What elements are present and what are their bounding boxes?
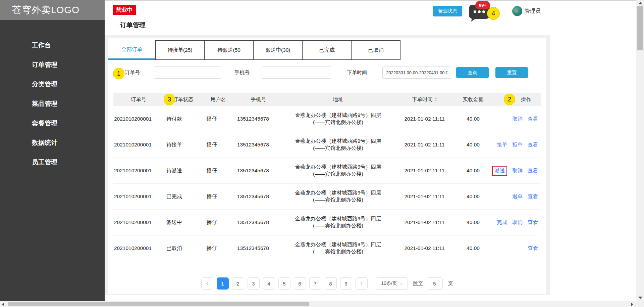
action-reject-link[interactable]: 拒单 (512, 141, 523, 148)
pagination: ‹ 123456789 › 10条/页 跳至 页 (108, 277, 546, 290)
sidebar: 工作台订单管理分类管理菜品管理套餐管理数据统计员工管理 (0, 20, 105, 301)
cell-order-no: 2021010200001 (113, 245, 164, 251)
scroll-up-arrow-icon[interactable] (638, 2, 642, 4)
avatar[interactable] (512, 6, 522, 16)
address-line-1: 金燕龙办公楼（建材城西路9号）四层 (283, 215, 393, 222)
page-buttons: 123456789 (217, 277, 352, 290)
next-page-button[interactable]: › (356, 277, 368, 290)
cell-order-no: 2021010200001 (113, 116, 164, 122)
page-button-7[interactable]: 7 (309, 277, 321, 290)
table-row: 2021010200001待付款播仔13512345678金燕龙办公楼（建材城西… (113, 106, 541, 132)
table-row: 2021010200001待接单播仔13512345678金燕龙办公楼（建材城西… (113, 132, 541, 158)
cell-order-status: 待派送 (164, 167, 202, 174)
column-header[interactable]: 下单时间 (393, 96, 455, 103)
sidebar-item-dish-management[interactable]: 菜品管理 (0, 94, 105, 114)
sidebar-item-combo-management[interactable]: 套餐管理 (0, 114, 105, 133)
page-size-value: 10条/页 (381, 280, 397, 287)
reset-button[interactable]: 重置 (495, 67, 528, 78)
phone-input[interactable] (262, 67, 331, 79)
cell-amount: 40.00 (455, 245, 491, 251)
jump-page-input[interactable] (427, 277, 443, 290)
action-refund-link[interactable]: 退单 (512, 193, 523, 200)
page-button-3[interactable]: 3 (248, 277, 260, 290)
tab-cancelled[interactable]: 已取消 (351, 40, 400, 60)
action-view-link[interactable]: 查看 (528, 141, 538, 148)
vertical-scrollbar-thumb[interactable] (637, 6, 643, 50)
business-status-button[interactable]: 营业状态 (433, 6, 462, 16)
cell-order-time: 2021-01-02 11:11 (393, 142, 455, 148)
sidebar-item-data-statistics[interactable]: 数据统计 (0, 133, 105, 152)
cell-order-time: 2021-01-02 11:11 (393, 219, 455, 225)
table-header-row: 订单号订单状态用户名手机号地址下单时间实收金额操作 (113, 93, 541, 106)
sort-icon[interactable] (434, 97, 437, 101)
cell-order-time: 2021-01-02 11:11 (393, 116, 455, 122)
table-row: 2021010200001已完成播仔13512345678金燕龙办公楼（建材城西… (113, 184, 541, 210)
horizontal-scrollbar-thumb[interactable] (8, 302, 309, 306)
tab-pending-accept[interactable]: 待接单(25) (155, 40, 205, 60)
column-header: 地址 (283, 96, 393, 103)
action-dispatch-link[interactable]: 派送 (492, 166, 507, 176)
column-header: 实收金额 (455, 96, 491, 103)
action-view-link[interactable]: 查看 (528, 219, 538, 226)
page-button-6[interactable]: 6 (294, 277, 306, 290)
scroll-right-arrow-icon[interactable] (631, 303, 633, 306)
page-button-2[interactable]: 2 (232, 277, 244, 290)
tab-all-orders[interactable]: 全部订单 (108, 40, 156, 60)
page-button-8[interactable]: 8 (325, 277, 337, 290)
order-no-input[interactable] (154, 67, 221, 79)
sidebar-item-order-management[interactable]: 订单管理 (0, 55, 105, 75)
tab-pending-dispatch[interactable]: 待派送(50 (204, 40, 254, 60)
tab-completed[interactable]: 已完成 (302, 40, 352, 60)
order-time-range-input[interactable] (382, 67, 451, 79)
address-line-1: 金燕龙办公楼（建材城西路9号）四层 (283, 138, 393, 145)
action-accept-link[interactable]: 接单 (497, 141, 507, 148)
page-unit-label: 页 (448, 280, 453, 287)
cell-order-no: 2021010200001 (113, 142, 164, 148)
action-view-link[interactable]: 查看 (528, 167, 538, 174)
order-time-label: 下单时间 (347, 70, 367, 76)
action-cancel-link[interactable]: 取消 (512, 116, 523, 123)
sidebar-item-category-management[interactable]: 分类管理 (0, 75, 105, 94)
cell-order-time: 2021-01-02 11:11 (393, 245, 455, 251)
scroll-left-arrow-icon[interactable] (2, 303, 4, 306)
business-open-badge: 营业中 (113, 5, 136, 15)
action-view-link[interactable]: 查看 (528, 193, 538, 200)
cell-phone: 13512345678 (234, 116, 283, 122)
column-header: 手机号 (234, 96, 283, 103)
address-line-2: (——宾馆北侧办公楼) (283, 119, 393, 126)
order-status-tabs: 全部订单待接单(25)待派送(50派送中(30)已完成已取消 (108, 40, 546, 60)
sidebar-item-employee-management[interactable]: 员工管理 (0, 152, 105, 172)
sidebar-item-workbench[interactable]: 工作台 (0, 36, 105, 55)
page-button-1[interactable]: 1 (217, 277, 229, 290)
table-row: 2021010200001待派送播仔13512345678金燕龙办公楼（建材城西… (113, 158, 541, 184)
cell-actions: 派送取消查看 (491, 166, 541, 176)
table-row: 2021010200001已取消播仔13512345678金燕龙办公楼（建材城西… (113, 235, 541, 261)
scrollbar-corner (636, 301, 644, 307)
scroll-down-arrow-icon[interactable] (638, 297, 642, 299)
horizontal-scrollbar[interactable] (0, 301, 636, 307)
action-complete-link[interactable]: 完成 (497, 219, 507, 226)
phone-label: 手机号 (234, 70, 250, 76)
cell-address: 金燕龙办公楼（建材城西路9号）四层(——宾馆北侧办公楼) (283, 112, 393, 126)
action-cancel-link[interactable]: 取消 (512, 219, 523, 226)
cell-amount: 40.00 (455, 142, 491, 148)
action-view-link[interactable]: 查看 (528, 245, 538, 252)
search-button[interactable]: 查询 (456, 67, 489, 78)
cell-phone: 13512345678 (234, 168, 283, 174)
action-cancel-link[interactable]: 取消 (512, 167, 523, 174)
cell-address: 金燕龙办公楼（建材城西路9号）四层(——宾馆北侧办公楼) (283, 215, 393, 229)
page-button-4[interactable]: 4 (263, 277, 275, 290)
column-header-label: 操作 (521, 96, 531, 103)
action-view-link[interactable]: 查看 (528, 116, 538, 123)
page-button-9[interactable]: 9 (340, 277, 352, 290)
page-button-5[interactable]: 5 (278, 277, 290, 290)
cell-user-name: 播仔 (202, 245, 234, 252)
cell-order-time: 2021-01-02 11:11 (393, 193, 455, 200)
tab-dispatching[interactable]: 派送中(30) (253, 40, 303, 60)
orders-table: 订单号订单状态用户名手机号地址下单时间实收金额操作 2021010200001待… (113, 93, 541, 261)
vertical-scrollbar[interactable] (636, 0, 644, 301)
order-management-screen: 营业中 订单管理 营业状态 99+ 管理员 苍穹外卖LOGO 工作台订单管理分类… (0, 0, 644, 307)
prev-page-button[interactable]: ‹ (201, 277, 213, 290)
cell-user-name: 播仔 (202, 141, 234, 148)
page-size-select[interactable]: 10条/页 (376, 277, 408, 290)
